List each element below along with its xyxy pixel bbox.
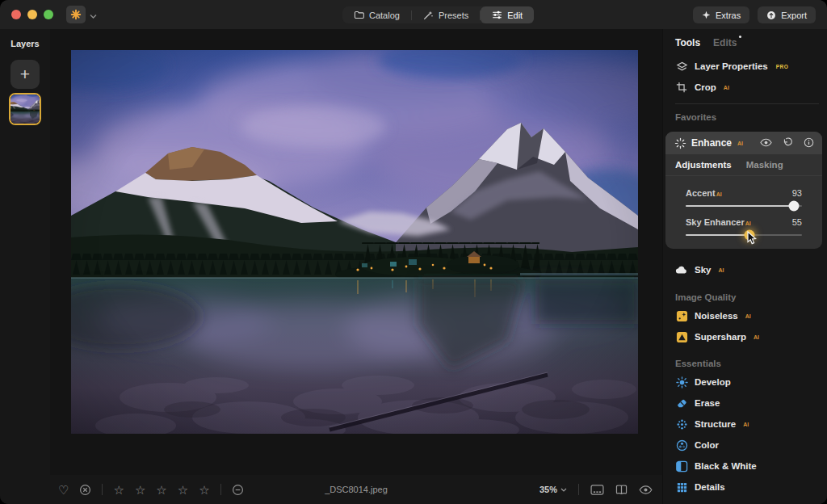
filmstrip-toggle-icon[interactable] (590, 485, 604, 495)
slider-label: Accent (686, 188, 716, 198)
sparkle-icon (702, 10, 711, 19)
enhance-icon (674, 136, 686, 149)
star-rating-3[interactable]: ☆ (156, 484, 166, 496)
star-rating-2[interactable]: ☆ (135, 484, 145, 496)
enhance-panel: Enhance AI Adjustments Masking (665, 132, 822, 249)
traffic-lights (11, 10, 53, 19)
star-rating-1[interactable]: ☆ (113, 484, 124, 496)
tab-label: Presets (439, 10, 468, 20)
tool-label: Color (695, 440, 719, 450)
info-icon[interactable] (804, 137, 814, 149)
black-white-icon (675, 460, 688, 472)
view-mode-tabs: Catalog Presets Edit (342, 6, 534, 23)
undo-icon[interactable] (783, 137, 793, 149)
slider-fill (686, 234, 749, 236)
tab-adjustments[interactable]: Adjustments (675, 160, 732, 170)
ai-badge: AI (718, 267, 724, 273)
tool-crop[interactable]: Crop AI (675, 79, 827, 95)
tab-label: Edit (507, 10, 523, 20)
tool-label: Black & White (695, 461, 757, 471)
tab-tools[interactable]: Tools (675, 37, 700, 48)
layer-thumbnail[interactable] (9, 93, 41, 125)
chevron-down-icon (90, 7, 97, 22)
zoom-level-value: 35% (539, 485, 557, 494)
favorite-heart-icon[interactable]: ♡ (58, 484, 69, 496)
enhance-header[interactable]: Enhance AI (665, 132, 822, 154)
tab-presets[interactable]: Presets (412, 6, 480, 23)
tool-sky[interactable]: Sky AI (675, 262, 827, 278)
tool-layer-properties[interactable]: Layer Properties PRO (675, 58, 827, 74)
tool-label: Structure (695, 419, 736, 429)
ai-badge: AI (754, 334, 759, 340)
tab-edits[interactable]: Edits (713, 37, 737, 48)
zoom-window-button[interactable] (44, 10, 53, 19)
tool-color[interactable]: Color (675, 438, 827, 452)
tab-catalog[interactable]: Catalog (342, 6, 411, 23)
photo-canvas[interactable] (71, 50, 638, 434)
slider-value: 93 (792, 188, 802, 198)
slider-track[interactable] (686, 205, 802, 207)
ai-badge: AI (745, 313, 751, 319)
tool-details[interactable]: Details (675, 480, 827, 494)
tool-label: Layer Properties (695, 61, 768, 71)
clear-rating-icon[interactable] (232, 484, 244, 496)
supersharp-icon (675, 330, 688, 343)
extras-button[interactable]: Extras (693, 6, 749, 23)
tool-black-white[interactable]: Black & White (675, 459, 827, 473)
zoom-level-dropdown[interactable]: 35% (539, 485, 567, 494)
accent-slider: Accent AI 93 (686, 188, 802, 207)
tool-supersharp[interactable]: Supersharp AI (675, 330, 827, 344)
slider-label: Sky Enhancer (686, 217, 745, 227)
tool-label: Supersharp (695, 332, 746, 342)
tab-edit[interactable]: Edit (481, 6, 534, 23)
divider (578, 484, 579, 495)
export-label: Export (781, 10, 807, 20)
tool-erase[interactable]: Erase (675, 396, 827, 410)
tool-label: Crop (695, 82, 716, 92)
star-rating-5[interactable]: ☆ (199, 484, 209, 496)
visibility-eye-icon[interactable] (760, 138, 772, 149)
ai-badge: AI (724, 85, 729, 90)
app-menu-button[interactable] (66, 6, 97, 23)
layers-title: Layers (0, 39, 50, 48)
divider (220, 484, 221, 495)
favorites-header: Favorites (675, 112, 827, 122)
chevron-down-icon (560, 488, 567, 492)
close-button[interactable] (11, 10, 21, 19)
canvas-area (50, 29, 662, 475)
tool-label: Erase (695, 398, 720, 408)
crop-icon (675, 81, 688, 94)
add-layer-button[interactable]: + (10, 60, 40, 89)
reject-icon[interactable] (79, 484, 91, 496)
export-button[interactable]: Export (758, 6, 816, 23)
minimize-button[interactable] (27, 10, 37, 19)
titlebar: Catalog Presets Edit Extras Export (0, 0, 827, 29)
slider-knob[interactable] (745, 230, 755, 241)
sliders-icon (492, 10, 502, 20)
pro-badge: PRO (776, 64, 789, 69)
details-grid-icon (675, 481, 688, 494)
wand-icon (423, 10, 434, 20)
slider-knob[interactable] (788, 201, 799, 212)
plus-icon: + (20, 65, 30, 84)
tool-develop[interactable]: Develop (675, 375, 827, 389)
tool-noiseless[interactable]: Noiseless AI (675, 309, 827, 323)
tool-label: Develop (695, 377, 731, 387)
star-rating-4[interactable]: ☆ (178, 484, 188, 496)
essentials-header: Essentials (675, 359, 827, 368)
edits-badge-dot (739, 36, 741, 38)
divider (102, 484, 103, 495)
compare-icon[interactable] (615, 485, 628, 495)
extras-label: Extras (716, 10, 741, 20)
ai-badge: AI (716, 191, 722, 197)
preview-eye-icon[interactable] (639, 485, 653, 494)
layers-icon (675, 60, 688, 73)
structure-icon (675, 418, 688, 430)
develop-sun-icon (675, 376, 688, 388)
ai-badge: AI (737, 141, 743, 146)
tool-structure[interactable]: Structure AI (675, 417, 827, 431)
tab-masking[interactable]: Masking (746, 160, 783, 170)
eraser-icon (675, 397, 688, 410)
image-quality-header: Image Quality (675, 292, 827, 302)
slider-track[interactable] (686, 234, 802, 236)
